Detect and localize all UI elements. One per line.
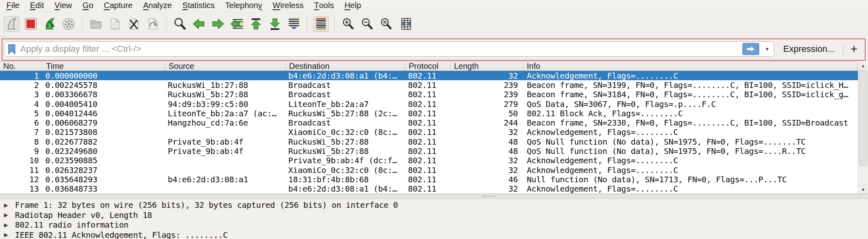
menu-help[interactable]: Help [339, 0, 366, 11]
column-header-protocol[interactable]: Protocol [405, 62, 451, 70]
menu-telephony[interactable]: Telephony [220, 0, 267, 11]
menu-go[interactable]: Go [77, 0, 99, 11]
packet-row[interactable]: 90.023249680Private_9b:ab:4fRuckusWi_5b:… [0, 146, 858, 156]
menu-capture[interactable]: Capture [99, 0, 138, 11]
go-forward-icon[interactable] [210, 16, 226, 32]
menu-file[interactable]: File [1, 0, 25, 11]
bookmark-icon[interactable] [7, 44, 16, 55]
expand-arrow-icon[interactable]: ▶ [4, 232, 15, 238]
column-header-info[interactable]: Info [524, 62, 858, 70]
go-back-icon[interactable] [191, 16, 207, 32]
packet-row[interactable]: 120.035648293b4:e6:2d:d3:08:a118:31:bf:4… [0, 175, 858, 184]
cell-no: 8 [0, 137, 43, 147]
add-filter-button[interactable]: + [844, 42, 864, 56]
detail-text: 802.11 radio information [15, 220, 129, 230]
display-filter-input[interactable] [20, 44, 738, 54]
packet-row[interactable]: 130.036848733b4:e6:2d:d3:08:a1 (b4:…802.… [0, 184, 858, 194]
cell-source: RuckusWi_5b:27:88 [165, 90, 286, 99]
packet-list-scrollbar[interactable]: ▲ ▼ [858, 62, 868, 194]
apply-arrow-icon [746, 46, 755, 52]
go-to-top-icon[interactable] [248, 16, 264, 32]
pane-splitter[interactable] [0, 194, 868, 199]
column-header-source[interactable]: Source [165, 62, 286, 70]
column-header-destination[interactable]: Destination [286, 62, 405, 70]
packet-row[interactable]: 50.004012446LiteonTe_bb:2a:a7 (ac:…Rucku… [0, 109, 858, 118]
packet-details-pane: ▶Frame 1: 32 bytes on wire (256 bits), 3… [0, 199, 868, 239]
menu-view[interactable]: View [49, 0, 77, 11]
packet-row[interactable]: 80.022677882Private_9b:ab:4fRuckusWi_5b:… [0, 137, 858, 146]
restart-capture-icon[interactable] [42, 16, 57, 32]
cell-destination: 18:31:bf:4b:8b:68 [286, 175, 405, 184]
cell-time: 0.021573808 [43, 127, 165, 137]
display-filter-combo[interactable]: ▾ [4, 41, 774, 57]
open-file-icon[interactable] [88, 16, 103, 32]
zoom-in-icon[interactable] [340, 16, 356, 32]
cell-no: 9 [0, 146, 43, 156]
packet-row[interactable]: 60.006068279Hangzhou_cd:7a:6eBroadcast80… [0, 118, 858, 127]
find-packet-icon[interactable] [172, 16, 188, 32]
cell-protocol: 802.11 [405, 175, 451, 184]
expand-arrow-icon[interactable]: ▶ [4, 202, 15, 208]
cell-time: 0.026328237 [43, 165, 165, 175]
stop-capture-icon[interactable] [23, 16, 38, 32]
reload-file-icon[interactable] [145, 16, 161, 32]
cell-destination: RuckusWi_5b:27:88 [286, 146, 405, 156]
detail-tree-item[interactable]: ▶Radiotap Header v0, Length 18 [0, 210, 868, 220]
cell-protocol: 802.11 [405, 71, 451, 81]
cell-time: 0.003366678 [43, 90, 165, 99]
menu-statistics[interactable]: Statistics [177, 0, 220, 11]
cell-protocol: 802.11 [405, 137, 451, 147]
scrollbar-thumb[interactable] [859, 70, 867, 166]
expression-button[interactable]: Expression... [774, 44, 843, 54]
column-header-time[interactable]: Time [43, 62, 165, 70]
packet-row[interactable]: 70.021573808XiaomiCo_0c:32:c0 (8c:…802.1… [0, 128, 858, 137]
packet-row[interactable]: 40.00400541094:d9:b3:99:c5:80LiteonTe_bb… [0, 99, 858, 109]
cell-info: QoS Null function (No data), SN=1975, FN… [524, 146, 858, 156]
packet-row[interactable]: 30.003366678RuckusWi_5b:27:88Broadcast80… [0, 90, 858, 99]
cell-length: 32 [451, 184, 524, 194]
cell-no: 10 [0, 156, 43, 165]
resize-columns-icon[interactable] [397, 16, 413, 32]
packet-row[interactable]: 100.023590885Private_9b:ab:4f (dc:f…802.… [0, 156, 858, 165]
start-capture-icon[interactable] [4, 16, 19, 32]
packet-row[interactable]: 20.002245578RuckusWi_1b:27:88Broadcast80… [0, 80, 858, 90]
menu-edit[interactable]: Edit [25, 0, 49, 11]
go-to-packet-icon[interactable] [229, 16, 245, 32]
expand-arrow-icon[interactable]: ▶ [4, 212, 15, 218]
detail-tree-item[interactable]: ▶802.11 radio information [0, 220, 868, 230]
zoom-original-icon[interactable] [378, 16, 394, 32]
cell-protocol: 802.11 [405, 165, 451, 175]
menu-tools[interactable]: Tools [309, 0, 339, 11]
menu-bar: FileEditViewGoCaptureAnalyzeStatisticsTe… [0, 0, 868, 11]
save-file-icon[interactable]: 010101100011 [107, 16, 122, 32]
cell-no: 3 [0, 90, 43, 99]
filter-history-caret[interactable]: ▾ [763, 45, 771, 53]
scroll-up-arrow-icon[interactable]: ▲ [858, 62, 868, 70]
go-to-bottom-icon[interactable] [267, 16, 283, 32]
menu-analyze[interactable]: Analyze [138, 0, 177, 11]
column-header-length[interactable]: Length [451, 62, 524, 70]
apply-filter-button[interactable] [742, 43, 759, 55]
filter-toolbar: ▾ Expression... + [0, 36, 868, 62]
svg-text:0110: 0110 [112, 24, 118, 26]
cell-no: 4 [0, 99, 43, 109]
toolbar-separator [166, 17, 167, 31]
packet-row[interactable]: 10.000000000b4:e6:2d:d3:08:a1 (b4:…802.1… [0, 71, 858, 80]
capture-options-icon[interactable] [61, 16, 76, 32]
colorize-icon[interactable] [313, 16, 329, 32]
packet-row[interactable]: 110.026328237XiaomiCo_0c:32:c0 (8c:…802.… [0, 165, 858, 175]
cell-protocol: 802.11 [405, 118, 451, 128]
close-file-icon[interactable] [126, 16, 141, 32]
detail-tree-item[interactable]: ▶IEEE 802.11 Acknowledgement, Flags: ...… [0, 230, 868, 239]
column-header-no[interactable]: No. [0, 62, 43, 70]
cell-length: 50 [451, 109, 524, 118]
zoom-out-icon[interactable] [359, 16, 375, 32]
auto-scroll-icon[interactable] [286, 16, 302, 32]
expand-arrow-icon[interactable]: ▶ [4, 222, 15, 228]
cell-protocol: 802.11 [405, 90, 451, 99]
cell-length: 239 [451, 80, 524, 90]
detail-tree-item[interactable]: ▶Frame 1: 32 bytes on wire (256 bits), 3… [0, 200, 868, 210]
scroll-down-arrow-icon[interactable]: ▼ [858, 185, 868, 194]
cell-protocol: 802.11 [405, 184, 451, 194]
menu-wireless[interactable]: Wireless [267, 0, 309, 11]
